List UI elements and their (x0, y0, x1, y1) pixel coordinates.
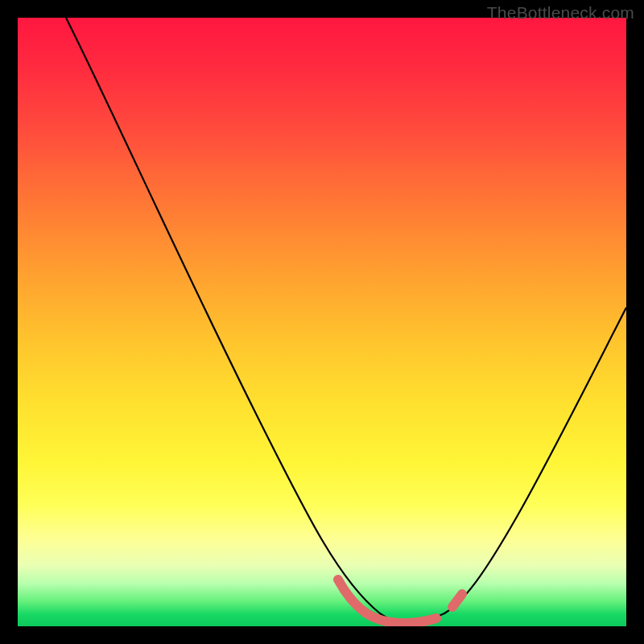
watermark-text: TheBottleneck.com (487, 3, 634, 23)
highlight-trough (338, 580, 462, 623)
plot-area (18, 18, 626, 626)
bottleneck-curve (66, 18, 626, 622)
curve-layer (18, 18, 626, 626)
chart-frame: TheBottleneck.com (0, 0, 644, 644)
